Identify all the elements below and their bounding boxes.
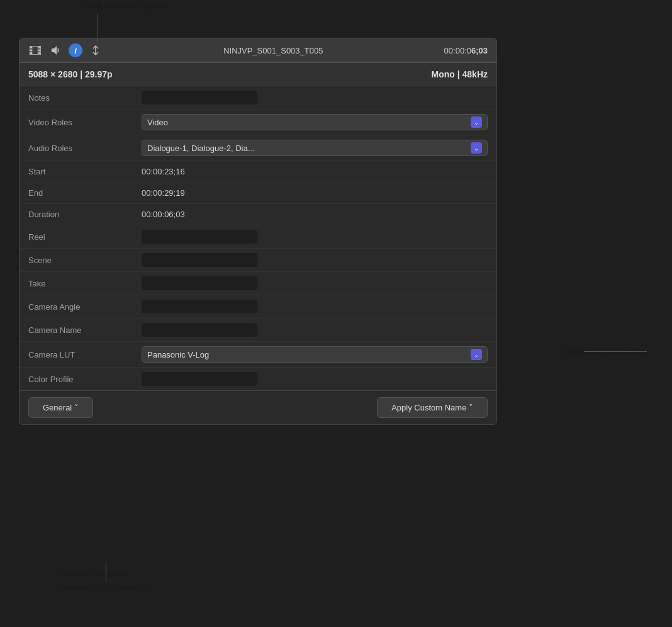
prop-dropdown-text-11: Panasonic V-Log xyxy=(147,350,209,359)
annotation-bottom-line xyxy=(106,562,106,582)
toolbar: i NINJVP_S001_S003_T005 00:00:06;03 xyxy=(20,38,496,63)
dropdown-chevron-icon-11: ⌄ xyxy=(471,349,482,360)
info-panel: i NINJVP_S001_S003_T005 00:00:06;03 5088… xyxy=(19,38,497,425)
general-button-label: General ˅ xyxy=(43,403,79,412)
prop-label-12: Color Profile xyxy=(28,375,142,384)
bottom-bar: General ˅ Apply Custom Name ˅ xyxy=(20,390,496,424)
prop-row-notes: Notes xyxy=(20,86,496,110)
prop-notes-input[interactable] xyxy=(142,91,257,104)
svg-rect-5 xyxy=(38,50,40,52)
prop-dropdown-text-1: Video xyxy=(147,118,168,127)
prop-row-video-roles: Video RolesVideo⌄ xyxy=(20,110,496,135)
prop-input-10[interactable] xyxy=(142,323,257,337)
prop-label-4: End xyxy=(28,188,142,198)
prop-value-3: 00:00:23;16 xyxy=(142,167,488,176)
annotation-line-top xyxy=(98,14,98,42)
svg-rect-3 xyxy=(30,52,32,54)
prop-input-9[interactable] xyxy=(142,300,257,314)
prop-label-7: Scene xyxy=(28,256,142,265)
properties-list: NotesVideo RolesVideo⌄Audio RolesDialogu… xyxy=(20,86,496,390)
apply-custom-name-label: Apply Custom Name ˅ xyxy=(391,403,473,412)
prop-row-reel: Reel xyxy=(20,225,496,249)
dropdown-chevron-icon-2: ⌄ xyxy=(471,142,482,154)
prop-value-5: 00:00:06;03 xyxy=(142,210,488,219)
timecode: 00:00:06;03 xyxy=(444,46,488,55)
svg-rect-6 xyxy=(38,52,40,54)
prop-label-0: Notes xyxy=(28,93,142,103)
prop-input-6[interactable] xyxy=(142,230,257,244)
prop-row-scene: Scene xyxy=(20,249,496,272)
dropdown-chevron-icon-1: ⌄ xyxy=(471,116,482,128)
audio-info: Mono | 48kHz xyxy=(432,69,488,79)
prop-dropdown-text-2: Dialogue-1, Dialogue-2, Dia... xyxy=(147,144,255,153)
prop-label-3: Start xyxy=(28,167,142,176)
clip-title: NINJVP_S001_S003_T005 xyxy=(109,46,438,55)
prop-label-10: Camera Name xyxy=(28,325,142,335)
info-button[interactable]: i xyxy=(69,43,82,57)
prop-label-1: Video Roles xyxy=(28,118,142,127)
prop-value-4: 00:00:29;19 xyxy=(142,188,488,198)
prop-dropdown-11[interactable]: Panasonic V-Log⌄ xyxy=(142,346,488,363)
prop-row-color-profile: Color Profile xyxy=(20,368,496,390)
prop-label-5: Duration xyxy=(28,210,142,219)
prop-row-duration: Duration00:00:06;03 xyxy=(20,204,496,225)
prop-dropdown-1[interactable]: Video⌄ xyxy=(142,114,488,130)
prop-row-start: Start00:00:23;16 xyxy=(20,161,496,183)
annotation-bottom: Choose General,Extended, or Settings. xyxy=(57,567,150,595)
camera-lut-annotation-line xyxy=(584,351,647,352)
film-icon[interactable] xyxy=(28,43,42,57)
prop-label-2: Audio Roles xyxy=(28,144,142,153)
prop-input-8[interactable] xyxy=(142,276,257,290)
prop-label-6: Reel xyxy=(28,232,142,242)
prop-row-camera-angle: Camera Angle xyxy=(20,295,496,319)
apply-custom-name-button[interactable]: Apply Custom Name ˅ xyxy=(377,397,488,418)
prop-label-8: Take xyxy=(28,279,142,288)
svg-rect-2 xyxy=(30,50,32,52)
audio-icon[interactable] xyxy=(48,43,62,57)
resolution-info: 5088 × 2680 | 29.97p xyxy=(28,69,113,79)
prop-row-end: End00:00:29;19 xyxy=(20,183,496,204)
general-button[interactable]: General ˅ xyxy=(28,397,93,418)
svg-rect-1 xyxy=(30,47,32,48)
svg-marker-9 xyxy=(52,46,57,55)
prop-input-12[interactable] xyxy=(142,372,257,386)
prop-row-audio-roles: Audio RolesDialogue-1, Dialogue-2, Dia..… xyxy=(20,135,496,161)
prop-label-11: Camera LUT xyxy=(28,350,142,359)
prop-row-camera-lut: Camera LUTPanasonic V-Log⌄ xyxy=(20,342,496,368)
prop-input-7[interactable] xyxy=(142,253,257,267)
svg-rect-4 xyxy=(38,47,40,48)
prop-row-take: Take xyxy=(20,272,496,295)
prop-label-9: Camera Angle xyxy=(28,302,142,312)
prop-row-camera-name: Camera Name xyxy=(20,319,496,342)
prop-dropdown-2[interactable]: Dialogue-1, Dialogue-2, Dia...⌄ xyxy=(142,140,488,156)
swap-icon[interactable] xyxy=(89,43,103,57)
annotation-top: Click the Info button. xyxy=(82,0,168,11)
clip-info-bar: 5088 × 2680 | 29.97p Mono | 48kHz xyxy=(20,63,496,86)
